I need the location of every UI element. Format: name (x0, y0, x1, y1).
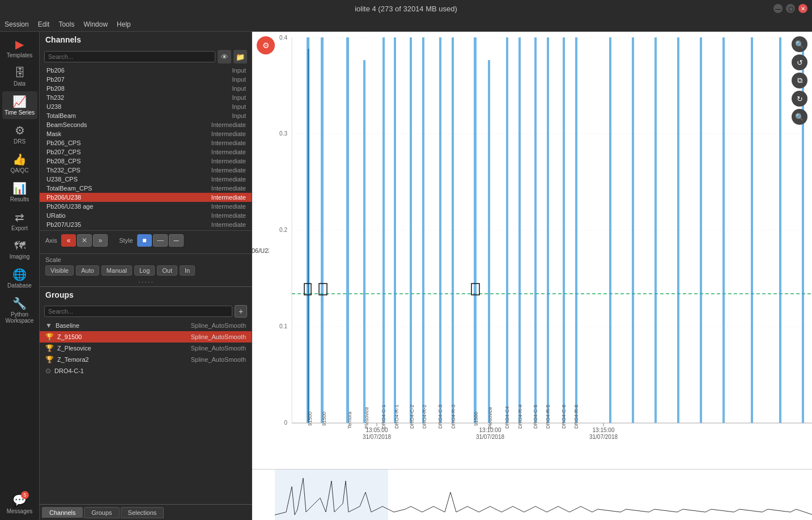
channel-item[interactable]: Pb208Input (40, 84, 252, 93)
svg-text:0.2: 0.2 (279, 227, 287, 233)
channel-item[interactable]: Pb206_CPSIntermediate (40, 138, 252, 147)
tab-selections[interactable]: Selections (121, 507, 164, 518)
chart-settings-button[interactable]: ⚙ (257, 36, 275, 54)
menu-item-session[interactable]: Session (5, 20, 29, 28)
channel-item[interactable]: Pb206/U238 ageIntermediate (40, 202, 252, 211)
close-button[interactable]: ✕ (798, 4, 807, 13)
svg-rect-33 (609, 37, 611, 423)
chart-svg-container[interactable]: 0.4 0.3 0.2 0.1 0 (269, 32, 812, 441)
channel-item[interactable]: U238_CPSIntermediate (40, 175, 252, 184)
group-item[interactable]: 🏆Z_Temora2Spline_AutoSmooth (40, 354, 252, 365)
sidebar-item-data[interactable]: 🗄 Data (2, 63, 37, 90)
scale-in-button[interactable]: In (180, 265, 195, 276)
sidebar-item-templates[interactable]: ▶ Templates (2, 34, 37, 62)
channel-name: Mask (46, 130, 61, 137)
axis-clear-button[interactable]: ✕ (77, 234, 92, 247)
menu-item-help[interactable]: Help (117, 20, 131, 28)
scale-visible-button[interactable]: Visible (45, 265, 74, 276)
scale-log-button[interactable]: Log (134, 265, 155, 276)
style-btn-2[interactable]: — (153, 234, 168, 247)
channels-view-button[interactable]: 👁 (218, 50, 231, 64)
scale-out-button[interactable]: Out (157, 265, 177, 276)
channel-item[interactable]: Pb206/U238Intermediate (40, 193, 252, 202)
channel-item[interactable]: BeamSecondsIntermediate (40, 120, 252, 129)
sidebar-item-results[interactable]: 📊 Results (2, 178, 37, 206)
groups-add-button[interactable]: + (235, 305, 247, 318)
channel-item[interactable]: Pb206Input (40, 66, 252, 75)
group-type: Spline_AutoSmooth (191, 333, 246, 340)
channel-item[interactable]: MaskIntermediate (40, 129, 252, 138)
sidebar-label-python: Python Workspace (3, 311, 36, 324)
channel-item[interactable]: Th232Input (40, 93, 252, 102)
axis-prev-button[interactable]: « (61, 234, 76, 247)
chart-search-button[interactable]: 🔍 (792, 36, 807, 52)
group-item[interactable]: ▼BaselineSpline_AutoSmooth (40, 320, 252, 331)
sidebar-item-database[interactable]: 🌐 Database (2, 264, 37, 292)
channels-folder-button[interactable]: 📁 (233, 50, 247, 64)
svg-rect-22 (439, 37, 441, 423)
sidebar-item-timeseries[interactable]: 📈 Time Series (2, 91, 37, 119)
channel-name: Pb208_CPS (46, 158, 81, 164)
channel-item[interactable]: TotalBeam_CPSIntermediate (40, 184, 252, 193)
svg-text:DRO4-R-5: DRO4-R-5 (545, 404, 551, 429)
chart-copy-button[interactable]: ⧉ (792, 73, 807, 88)
sidebar-label-qaqc: QA/QC (10, 167, 28, 174)
tab-groups[interactable]: Groups (84, 507, 119, 518)
group-item[interactable]: ⊙DRO4-C-1 (40, 365, 252, 377)
sidebar-item-export[interactable]: ⇄ Export (2, 207, 37, 235)
groups-search-row: + (40, 303, 252, 320)
style-btn-1[interactable]: ■ (137, 234, 152, 247)
maximize-button[interactable]: ▢ (786, 4, 795, 13)
channel-name: Th232 (46, 94, 64, 101)
channel-item[interactable]: Pb207/U235Intermediate (40, 220, 252, 229)
scale-label: Scale (45, 256, 246, 263)
channels-search-input[interactable] (44, 51, 215, 62)
scale-auto-button[interactable]: Auto (76, 265, 99, 276)
sidebar-item-qaqc[interactable]: 👍 QA/QC (2, 149, 37, 177)
channel-name: Pb206 (46, 67, 65, 74)
minimize-button[interactable]: — (773, 4, 783, 13)
scale-section: Scale Visible Auto Manual Log Out In (40, 253, 252, 278)
python-icon: 🔧 (12, 297, 27, 310)
style-btn-3[interactable]: – (169, 234, 184, 247)
sidebar-label-drs: DRS (14, 138, 25, 145)
channel-item[interactable]: URatioIntermediate (40, 211, 252, 220)
channels-title: Channels (40, 32, 252, 48)
results-icon: 📊 (12, 181, 27, 195)
channel-name: Pb208 (46, 85, 65, 92)
svg-rect-12 (308, 49, 309, 423)
group-item[interactable]: 🏆Z_91500Spline_AutoSmooth (40, 331, 252, 343)
sidebar-item-messages[interactable]: 💬 5 Messages (2, 490, 37, 518)
axis-next-button[interactable]: » (93, 234, 108, 247)
sidebar-label-database: Database (7, 282, 32, 289)
menu-item-tools[interactable]: Tools (58, 20, 74, 28)
channel-type: Intermediate (211, 130, 246, 137)
svg-text:DRO4-C4: DRO4-C4 (504, 406, 510, 429)
menu-item-edit[interactable]: Edit (38, 20, 50, 28)
channel-item[interactable]: Pb207Input (40, 75, 252, 84)
svg-rect-37 (700, 37, 702, 423)
mini-chart-svg (252, 470, 812, 520)
channel-item[interactable]: TotalBeamInput (40, 111, 252, 120)
channel-item[interactable]: Th232_CPSIntermediate (40, 166, 252, 175)
channel-type: Input (232, 67, 246, 74)
channel-item[interactable]: Pb207_CPSIntermediate (40, 147, 252, 157)
scale-manual-button[interactable]: Manual (101, 265, 132, 276)
svg-rect-19 (394, 37, 396, 423)
sidebar-item-drs[interactable]: ⚙ DRS (2, 120, 37, 148)
tab-channels[interactable]: Channels (42, 507, 83, 518)
channel-item[interactable]: U238Input (40, 102, 252, 111)
svg-rect-38 (722, 37, 725, 423)
channel-name: Pb206/U238 age (46, 203, 93, 210)
chart-refresh-button[interactable]: ↻ (792, 91, 807, 107)
chart-zoom-button[interactable]: 🔍 (792, 109, 807, 125)
sidebar-item-imaging[interactable]: 🗺 Imaging (2, 236, 37, 263)
channel-type: Intermediate (211, 221, 246, 228)
sidebar-item-python[interactable]: 🔧 Python Workspace (2, 293, 37, 327)
svg-text:31/07/2018: 31/07/2018 (476, 434, 504, 440)
groups-search-input[interactable] (44, 306, 232, 317)
menu-item-window[interactable]: Window (83, 20, 108, 28)
channel-item[interactable]: Pb208_CPSIntermediate (40, 157, 252, 166)
chart-reset-button[interactable]: ↺ (792, 54, 807, 70)
group-item[interactable]: 🏆Z_PlesoviceSpline_AutoSmooth (40, 343, 252, 354)
